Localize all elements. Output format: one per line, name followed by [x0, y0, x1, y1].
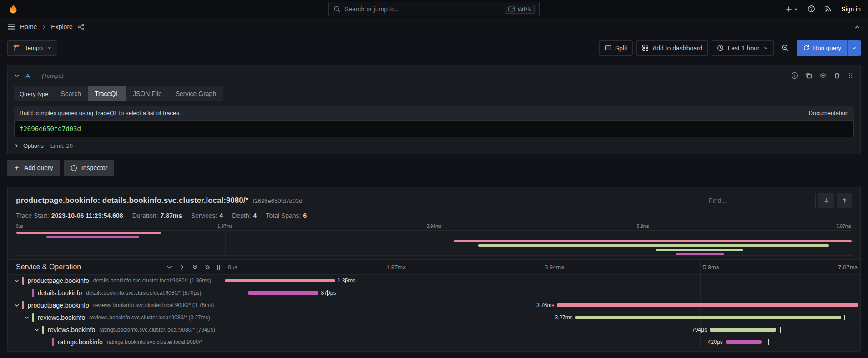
collapse-all-double-chevron-down-icon[interactable]	[192, 264, 198, 271]
trace-minimap[interactable]: 0μs1.97ms3.94ms5.9ms7.87ms	[16, 224, 852, 256]
run-query-caret[interactable]	[847, 40, 861, 56]
share-icon[interactable]	[77, 23, 85, 30]
keyboard-icon	[508, 6, 515, 12]
chevron-down-icon	[852, 45, 857, 50]
disable-query-eye-icon[interactable]	[819, 72, 827, 79]
span-row[interactable]: details.bookinfodetails.bookinfo.svc.clu…	[8, 287, 860, 299]
query-datasource-hint: (Tempo)	[42, 72, 64, 79]
global-search[interactable]: Search or jump to... ctrl+k	[328, 2, 540, 16]
axis-tick-label: 5.9ms	[637, 224, 649, 229]
trace-meta-value: 4	[253, 212, 257, 219]
span-row-left: productpage.bookinforeviews.bookinfo.svc…	[8, 299, 225, 311]
span-timeline[interactable]: 420μs	[225, 336, 858, 348]
drag-handle-icon[interactable]	[848, 72, 854, 79]
expand-all-double-chevron-right-icon[interactable]	[204, 264, 211, 271]
tab-service-graph[interactable]: Service Graph	[169, 86, 223, 101]
timeline-gridline	[643, 231, 643, 255]
breadcrumb-home[interactable]: Home	[20, 23, 37, 30]
span-bar[interactable]	[710, 328, 776, 332]
span-expand-chevron-icon[interactable]	[24, 315, 32, 320]
mega-menu-toggle[interactable]	[7, 23, 15, 31]
span-bar[interactable]	[225, 279, 335, 282]
service-name: reviews.bookinfo	[48, 326, 95, 333]
zoom-out-button[interactable]	[777, 40, 793, 56]
trace-meta-value: 7.87ms	[160, 212, 182, 219]
trace-meta-label: Duration:	[132, 212, 158, 219]
span-duration-label: 794μs	[692, 327, 707, 333]
datasource-help-icon[interactable]	[791, 72, 798, 79]
duplicate-query-copy-icon[interactable]	[805, 72, 812, 79]
span-timeline[interactable]: 794μs	[225, 324, 858, 336]
span-bar[interactable]	[557, 303, 858, 307]
sign-in-button[interactable]: Sign in	[841, 5, 861, 13]
news-rss-button[interactable]	[824, 5, 832, 13]
shortcut-text: ctrl+k	[518, 6, 531, 12]
trace-meta-label: Trace Start:	[16, 212, 49, 219]
datasource-picker[interactable]: Tempo	[7, 40, 57, 56]
span-row-left: reviews.bookinforeviews.bookinfo.svc.clu…	[8, 312, 225, 323]
axis-tick-label: 7.87ms	[836, 224, 851, 229]
tab-traceql[interactable]: TraceQL	[88, 86, 126, 101]
span-row[interactable]: ratings.bookinforatings.bookinfo.svc.clu…	[8, 336, 860, 348]
documentation-link[interactable]: Documentation	[809, 110, 848, 116]
timeline-gridline	[384, 299, 384, 311]
tab-search[interactable]: Search	[54, 86, 88, 101]
span-expand-chevron-icon[interactable]	[14, 303, 22, 308]
timeline-gridline	[542, 336, 542, 348]
tab-json-file[interactable]: JSON File	[126, 86, 169, 101]
sync-icon	[803, 45, 810, 51]
span-timeline[interactable]: 1.36ms	[225, 275, 858, 287]
span-expand-chevron-icon[interactable]	[14, 278, 22, 283]
query-collapse-chevron-icon[interactable]	[14, 73, 20, 79]
inspector-button[interactable]: Inspector	[64, 160, 114, 176]
service-color-strip	[52, 338, 54, 346]
timeline-gridline	[384, 275, 384, 287]
trace-meta-label: Total Spans:	[266, 212, 301, 219]
operation-name: details.bookinfo.svc.cluster.local:9080/…	[86, 290, 225, 296]
collapse-top-chevron-up-icon[interactable]	[854, 24, 861, 30]
help-button[interactable]	[807, 5, 815, 13]
span-expand-chevron-icon[interactable]	[34, 327, 42, 333]
add-query-label: Add query	[24, 164, 53, 171]
options-toggle[interactable]: Options	[14, 142, 44, 149]
add-to-dashboard-button[interactable]: Add to dashboard	[636, 40, 708, 56]
chevron-down-icon	[47, 45, 52, 50]
query-ref-id[interactable]: A	[25, 72, 30, 80]
minimap-canvas[interactable]	[16, 230, 852, 256]
find-next-arrow-down-icon[interactable]	[818, 193, 834, 208]
split-button[interactable]: Split	[599, 40, 633, 56]
remove-query-trash-icon[interactable]	[833, 72, 841, 79]
span-row-left: productpage.bookinfodetails.bookinfo.svc…	[8, 275, 225, 287]
traceql-query-input[interactable]: f2696e650fd7d03d	[14, 120, 854, 137]
span-tick-marker	[327, 290, 328, 296]
add-query-button[interactable]: Add query	[7, 160, 60, 176]
span-timeline[interactable]: 870μs	[225, 287, 858, 299]
expand-one-chevron-right-icon[interactable]	[179, 264, 186, 271]
find-prev-arrow-up-icon[interactable]	[837, 193, 852, 208]
trace-title: productpage.bookinfo: details.bookinfo.s…	[16, 196, 248, 205]
find-input[interactable]	[704, 193, 816, 208]
time-range-picker[interactable]: Last 1 hour	[712, 40, 773, 56]
timeline-gridline	[700, 260, 701, 274]
span-timeline[interactable]: 3.76ms	[225, 299, 858, 311]
operation-name: ratings.bookinfo.svc.cluster.local:9080/…	[99, 327, 225, 333]
span-bar[interactable]	[575, 316, 842, 319]
breadcrumb-current[interactable]: Explore	[51, 23, 72, 30]
collapse-one-chevron-down-icon[interactable]	[166, 264, 173, 271]
new-menu-button[interactable]	[785, 5, 798, 13]
span-row[interactable]: reviews.bookinforeviews.bookinfo.svc.clu…	[8, 312, 860, 324]
trace-meta-item: Trace Start:2023-10-06 11:23:54.608	[16, 212, 123, 219]
span-timeline[interactable]: 3.27ms	[225, 312, 858, 323]
span-bar[interactable]	[726, 340, 762, 344]
column-resizer-handle[interactable]	[217, 265, 221, 270]
span-row[interactable]: productpage.bookinfodetails.bookinfo.svc…	[8, 275, 860, 287]
span-row[interactable]: productpage.bookinforeviews.bookinfo.svc…	[8, 299, 860, 312]
inspector-label: Inspector	[81, 164, 108, 171]
span-row-left: ratings.bookinforatings.bookinfo.svc.clu…	[8, 336, 225, 348]
trace-meta-value: 6	[303, 212, 307, 219]
span-bar[interactable]	[248, 291, 318, 295]
timeline-gridline	[384, 336, 384, 348]
run-query-button[interactable]: Run query	[797, 40, 861, 56]
span-row[interactable]: reviews.bookinforatings.bookinfo.svc.clu…	[8, 324, 860, 336]
grafana-logo-icon[interactable]	[7, 3, 19, 15]
